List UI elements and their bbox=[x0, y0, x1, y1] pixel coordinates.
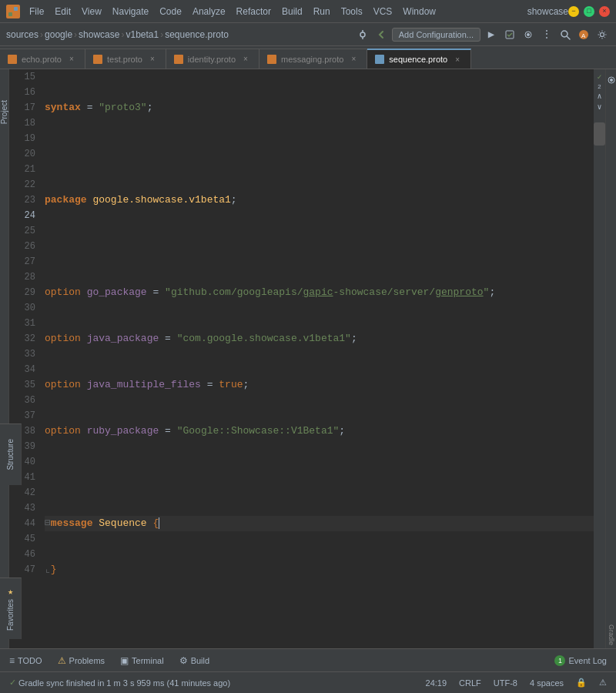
debug-icon[interactable] bbox=[521, 27, 536, 42]
tab-icon-messaging bbox=[267, 55, 276, 64]
position-label: 24:19 bbox=[426, 678, 447, 688]
project-panel[interactable]: Project bbox=[0, 69, 9, 648]
sync-status[interactable]: ✓ Gradle sync finished in 1 m 3 s 959 ms… bbox=[6, 676, 233, 689]
gradle-label[interactable]: Gradle bbox=[608, 624, 615, 648]
menu-run[interactable]: Run bbox=[309, 5, 335, 18]
svg-point-10 bbox=[561, 31, 567, 37]
lock-icon: 🔒 bbox=[576, 678, 587, 688]
tab-identity[interactable]: identity.proto × bbox=[166, 49, 259, 69]
gradle-icon[interactable] bbox=[607, 75, 616, 85]
run-icon[interactable]: ▶ bbox=[484, 27, 499, 42]
svg-point-4 bbox=[360, 32, 365, 37]
breadcrumb-v1beta1[interactable]: v1beta1 bbox=[126, 29, 159, 40]
tab-label-echo: echo.proto bbox=[22, 55, 62, 64]
warn-icon: ⚠ bbox=[599, 678, 607, 688]
breadcrumb-file[interactable]: sequence.proto bbox=[165, 29, 229, 40]
cursor-position[interactable]: 24:19 bbox=[423, 677, 450, 689]
more-icon[interactable]: ⋮ bbox=[539, 27, 554, 42]
indent[interactable]: 4 spaces bbox=[527, 677, 567, 689]
encoding[interactable]: UTF-8 bbox=[490, 677, 521, 689]
lock-status[interactable]: 🔒 bbox=[573, 676, 590, 689]
inspection-count: 2 bbox=[595, 83, 604, 90]
nav-icons: Add Configuration... ▶ ⋮ A bbox=[355, 27, 610, 42]
menu-code[interactable]: Code bbox=[155, 5, 186, 18]
terminal-button[interactable]: ▣ Terminal bbox=[117, 654, 167, 668]
menu-navigate[interactable]: Navigate bbox=[108, 5, 153, 18]
structure-panel-tab[interactable]: Structure bbox=[0, 424, 22, 485]
minimize-button[interactable]: − bbox=[568, 6, 579, 17]
svg-point-16 bbox=[610, 79, 613, 82]
right-panel: Gradle bbox=[605, 69, 616, 648]
breadcrumb-showcase[interactable]: showcase bbox=[79, 29, 119, 40]
tab-close-messaging[interactable]: × bbox=[348, 54, 359, 65]
event-log-badge: 1 bbox=[554, 655, 565, 666]
scrollbar-track[interactable] bbox=[594, 115, 605, 648]
menu-file[interactable]: File bbox=[25, 5, 49, 18]
favorites-panel-tab[interactable]: ★ Favorites bbox=[0, 578, 22, 639]
title-bar: File Edit View Navigate Code Analyze Ref… bbox=[0, 0, 616, 23]
tab-echo[interactable]: echo.proto × bbox=[0, 49, 85, 69]
close-button[interactable]: × bbox=[599, 6, 610, 17]
add-config-button[interactable]: Add Configuration... bbox=[392, 28, 480, 42]
window-controls: − □ × bbox=[568, 6, 610, 17]
profile-icon[interactable]: A bbox=[576, 27, 591, 42]
back-icon[interactable] bbox=[373, 27, 389, 42]
code-line-19: option go_package = "github.com/googleap… bbox=[45, 285, 594, 300]
scrollbar[interactable]: ✓ 2 ∧ ∨ bbox=[594, 69, 605, 648]
terminal-label: Terminal bbox=[132, 656, 164, 665]
tab-close-echo[interactable]: × bbox=[66, 54, 77, 65]
scrollbar-thumb[interactable] bbox=[594, 122, 605, 146]
tab-icon-sequence bbox=[375, 55, 384, 64]
problems-button[interactable]: ⚠ Problems bbox=[55, 654, 108, 668]
build-button[interactable]: ⚙ Build bbox=[176, 654, 213, 668]
event-log-button[interactable]: 1 Event Log bbox=[551, 654, 610, 668]
menu-tools[interactable]: Tools bbox=[336, 5, 367, 18]
tab-sequence[interactable]: sequence.proto × bbox=[367, 49, 471, 69]
menu-view[interactable]: View bbox=[77, 5, 106, 18]
favorites-label: Favorites bbox=[6, 599, 15, 631]
sync-message: Gradle sync finished in 1 m 3 s 959 ms (… bbox=[18, 678, 230, 688]
code-area[interactable]: syntax = "proto3"; package google.showca… bbox=[42, 69, 594, 648]
maximize-button[interactable]: □ bbox=[584, 6, 594, 17]
warning-icon: ⚠ bbox=[58, 655, 66, 666]
line-numbers: 15 16 17 18 19 20 21 22 23 24 25 26 27 2… bbox=[9, 69, 42, 648]
coverage-icon[interactable] bbox=[502, 27, 517, 42]
tab-close-sequence[interactable]: × bbox=[452, 54, 463, 65]
git-icon[interactable] bbox=[355, 27, 370, 42]
svg-rect-1 bbox=[14, 7, 18, 11]
tab-close-identity[interactable]: × bbox=[240, 54, 251, 65]
menu-refactor[interactable]: Refactor bbox=[232, 5, 276, 18]
code-line-16 bbox=[45, 146, 594, 162]
settings-icon[interactable] bbox=[594, 27, 610, 42]
menu-analyze[interactable]: Analyze bbox=[188, 5, 230, 18]
menu-window[interactable]: Window bbox=[398, 5, 440, 18]
todo-button[interactable]: ≡ TODO bbox=[6, 654, 45, 668]
breadcrumb-sources[interactable]: sources bbox=[6, 29, 38, 40]
tab-close-test[interactable]: × bbox=[147, 54, 158, 65]
warning-status[interactable]: ⚠ bbox=[596, 676, 610, 689]
menu-edit[interactable]: Edit bbox=[50, 5, 75, 18]
status-bar: ✓ Gradle sync finished in 1 m 3 s 959 ms… bbox=[0, 671, 616, 693]
svg-line-11 bbox=[567, 36, 571, 39]
star-icon: ★ bbox=[8, 586, 13, 598]
code-line-25: ⌞} bbox=[45, 562, 594, 578]
code-line-23 bbox=[45, 470, 594, 485]
breadcrumb: sources › google › showcase › v1beta1 › … bbox=[6, 29, 229, 40]
code-line-17: package google.showcase.v1beta1; bbox=[45, 192, 594, 208]
structure-label: Structure bbox=[6, 439, 15, 470]
terminal-icon: ▣ bbox=[120, 655, 129, 666]
tab-test[interactable]: test.proto × bbox=[85, 49, 166, 69]
tab-messaging[interactable]: messaging.proto × bbox=[259, 49, 367, 69]
search-icon[interactable] bbox=[557, 27, 573, 42]
todo-label: TODO bbox=[18, 656, 42, 665]
tab-bar: echo.proto × test.proto × identity.proto… bbox=[0, 46, 616, 69]
menu-vcs[interactable]: VCS bbox=[369, 5, 397, 18]
nav-bar: sources › google › showcase › v1beta1 › … bbox=[0, 23, 616, 46]
chevron-down-icon[interactable]: ∨ bbox=[595, 102, 604, 112]
chevron-up-icon[interactable]: ∧ bbox=[595, 92, 604, 101]
menu-build[interactable]: Build bbox=[277, 5, 307, 18]
breadcrumb-google[interactable]: google bbox=[45, 29, 72, 40]
event-log-label: Event Log bbox=[568, 656, 607, 665]
project-label[interactable]: Project bbox=[0, 100, 8, 124]
line-ending[interactable]: CRLF bbox=[456, 677, 484, 689]
